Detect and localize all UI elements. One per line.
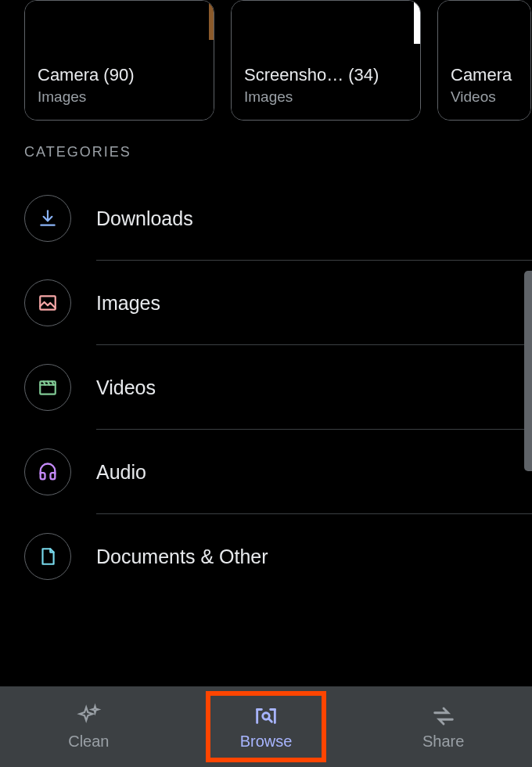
collection-subtitle: Images [244, 88, 408, 106]
sparkle-icon [75, 703, 102, 729]
category-label: Documents & Other [96, 546, 268, 568]
collection-title: Camera [451, 65, 518, 85]
collection-label: Screensho… (34) Images [232, 56, 420, 120]
collection-label: Camera Videos [438, 56, 530, 120]
nav-label: Share [422, 733, 464, 751]
category-label: Images [96, 292, 160, 315]
collection-card-screenshots[interactable]: Screensho… (34) Images [231, 0, 421, 121]
document-icon [24, 533, 71, 580]
nav-item-share[interactable]: Share [354, 686, 532, 767]
collection-thumbnail [232, 1, 420, 56]
category-item-videos[interactable]: Videos [24, 345, 532, 430]
collection-label: Camera (90) Images [25, 56, 214, 120]
category-label: Videos [96, 376, 156, 399]
bottom-nav: Clean Browse Share [0, 686, 532, 767]
nav-label: Browse [240, 733, 293, 751]
categories-header: CATEGORIES [0, 121, 532, 176]
browse-icon [253, 703, 279, 729]
collection-title: Camera (90) [38, 65, 201, 85]
category-list: Downloads Images Videos Audio [0, 176, 532, 599]
nav-item-clean[interactable]: Clean [0, 686, 178, 767]
video-icon [24, 364, 71, 411]
category-label: Audio [96, 461, 146, 484]
collection-subtitle: Videos [451, 88, 518, 106]
category-label: Downloads [96, 207, 193, 230]
nav-item-browse[interactable]: Browse [178, 686, 355, 767]
collection-subtitle: Images [38, 88, 201, 106]
collection-title: Screensho… (34) [244, 65, 408, 85]
collection-card-camera-videos[interactable]: Camera Videos [437, 0, 531, 121]
collection-card-camera-images[interactable]: Camera (90) Images [24, 0, 214, 121]
share-icon [430, 703, 457, 729]
nav-label: Clean [68, 733, 109, 751]
category-item-audio[interactable]: Audio [24, 430, 532, 514]
category-item-downloads[interactable]: Downloads [24, 176, 532, 261]
audio-icon [24, 448, 71, 495]
collection-thumbnail [25, 1, 214, 56]
scroll-indicator[interactable] [524, 271, 532, 471]
collection-thumbnail [438, 1, 530, 56]
category-item-documents[interactable]: Documents & Other [24, 514, 532, 599]
image-icon [24, 279, 71, 326]
category-item-images[interactable]: Images [24, 261, 532, 345]
download-icon [24, 195, 71, 242]
collections-row: Camera (90) Images Screensho… (34) Image… [0, 0, 532, 121]
